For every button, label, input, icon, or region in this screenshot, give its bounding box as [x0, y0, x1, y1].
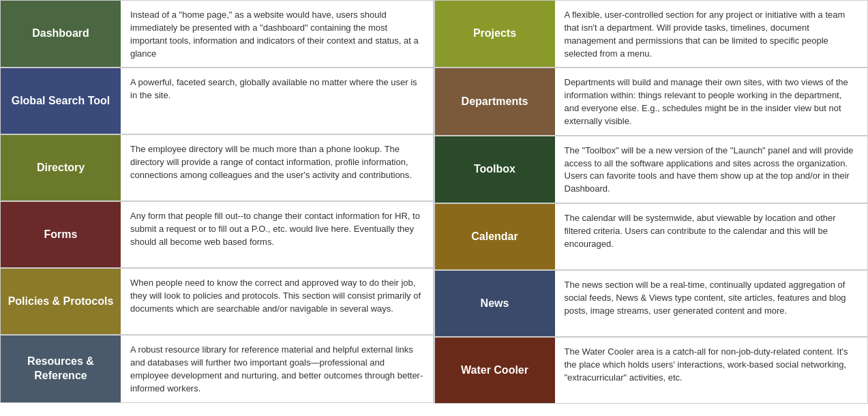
card-label-policies-protocols: Policies & Protocols	[1, 269, 121, 334]
card-label-global-search-tool: Global Search Tool	[1, 68, 121, 134]
main-grid: DashboardInstead of a "home page," as a …	[0, 0, 868, 404]
card-body-calendar: The calendar will be systemwide, abut vi…	[555, 204, 868, 269]
card-label-news: News	[435, 271, 555, 336]
card-body-policies-protocols: When people need to know the correct and…	[121, 269, 433, 334]
card-dashboard: DashboardInstead of a "home page," as a …	[0, 0, 434, 68]
card-resources-reference: Resources & ReferenceA robust resource l…	[0, 335, 434, 402]
right-column: ProjectsA flexible, user-controlled sect…	[434, 0, 869, 404]
card-body-departments: Departments will build and manage their …	[555, 68, 868, 134]
card-forms: FormsAny form that people fill out--to c…	[0, 201, 434, 268]
card-label-forms: Forms	[1, 202, 121, 267]
card-toolbox: ToolboxThe "Toolbox" will be a new versi…	[434, 136, 869, 203]
card-calendar: CalendarThe calendar will be systemwide,…	[434, 203, 869, 270]
card-label-departments: Departments	[435, 68, 555, 134]
card-body-forms: Any form that people fill out--to change…	[121, 202, 433, 267]
card-body-projects: A flexible, user-controlled section for …	[555, 1, 868, 67]
card-body-toolbox: The "Toolbox" will be a new version of t…	[555, 136, 868, 203]
card-label-calendar: Calendar	[435, 204, 555, 269]
card-label-directory: Directory	[1, 135, 121, 200]
card-body-water-cooler: The Water Cooler area is a catch-all for…	[555, 338, 868, 403]
card-policies-protocols: Policies & ProtocolsWhen people need to …	[0, 268, 434, 335]
card-departments: DepartmentsDepartments will build and ma…	[434, 68, 869, 135]
card-news: NewsThe news section will be a real-time…	[434, 270, 869, 337]
card-body-news: The news section will be a real-time, co…	[555, 271, 868, 336]
card-body-global-search-tool: A powerful, faceted search, globally ava…	[121, 68, 433, 134]
card-body-resources-reference: A robust resource library for reference …	[121, 336, 433, 402]
card-water-cooler: Water CoolerThe Water Cooler area is a c…	[434, 337, 869, 404]
left-column: DashboardInstead of a "home page," as a …	[0, 0, 434, 404]
card-body-dashboard: Instead of a "home page," as a website w…	[121, 1, 433, 67]
card-label-dashboard: Dashboard	[1, 1, 121, 67]
card-global-search-tool: Global Search ToolA powerful, faceted se…	[0, 68, 434, 134]
card-directory: DirectoryThe employee directory will be …	[0, 134, 434, 201]
card-body-directory: The employee directory will be much more…	[121, 135, 433, 200]
card-label-toolbox: Toolbox	[435, 136, 555, 203]
card-label-water-cooler: Water Cooler	[435, 338, 555, 403]
card-label-resources-reference: Resources & Reference	[1, 336, 121, 402]
card-projects: ProjectsA flexible, user-controlled sect…	[434, 0, 869, 68]
card-label-projects: Projects	[435, 1, 555, 67]
